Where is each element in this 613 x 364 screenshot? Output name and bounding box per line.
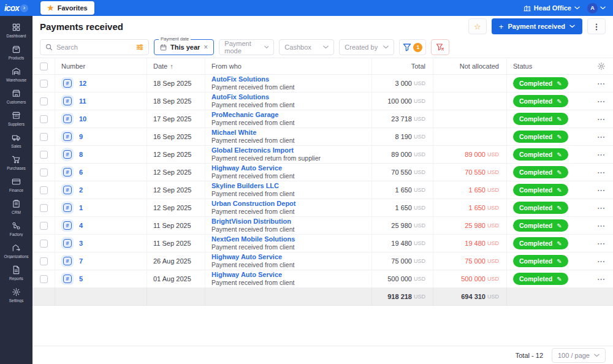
sidebar-item-warehouse[interactable]: Warehouse [0, 63, 32, 85]
close-icon[interactable]: × [204, 43, 208, 51]
row-number-link[interactable]: 5 [79, 275, 83, 282]
row-checkbox[interactable] [40, 133, 48, 141]
row-number-link[interactable]: 2 [79, 186, 83, 194]
edit-status-icon[interactable]: ✎ [557, 98, 562, 105]
row-actions-button[interactable]: ⋯ [597, 132, 606, 142]
row-actions-button[interactable]: ⋯ [597, 221, 606, 230]
row-number-link[interactable]: 3 [79, 240, 83, 247]
edit-status-icon[interactable]: ✎ [557, 222, 562, 229]
row-actions-button[interactable]: ⋯ [597, 186, 606, 195]
row-from-name[interactable]: Global Electronics Import [211, 146, 321, 155]
row-from-name[interactable]: Highway Auto Service [211, 271, 294, 279]
row-number-link[interactable]: 6 [79, 169, 83, 176]
status-badge[interactable]: Completed ✎ [513, 131, 568, 143]
row-actions-button[interactable]: ⋯ [597, 203, 606, 213]
sidebar-item-products[interactable]: Products [0, 41, 32, 63]
sidebar-item-sales[interactable]: Sales [0, 129, 32, 151]
table-row[interactable]: # 12 18 Sep 2025 AutoFix Solutions Payme… [32, 75, 613, 93]
status-badge[interactable]: Completed ✎ [513, 77, 568, 89]
row-actions-button[interactable]: ⋯ [597, 97, 606, 106]
row-from-name[interactable]: Skyline Builders LLC [211, 182, 294, 191]
row-number-link[interactable]: 9 [79, 133, 83, 140]
filters-button[interactable]: 1 [399, 39, 426, 55]
edit-status-icon[interactable]: ✎ [557, 258, 562, 265]
row-from-name[interactable]: AutoFix Solutions [211, 75, 294, 84]
sidebar-item-purchases[interactable]: Purchases [0, 151, 32, 173]
table-row[interactable]: # 4 11 Sep 2025 BrightVision Distributio… [32, 217, 613, 235]
column-header-number[interactable]: Number [55, 58, 147, 74]
row-from-name[interactable]: Urban Construction Depot [211, 200, 296, 208]
row-actions-button[interactable]: ⋯ [597, 115, 606, 124]
sidebar-item-organizations[interactable]: Organizations [0, 240, 32, 262]
edit-status-icon[interactable]: ✎ [557, 205, 562, 211]
sidebar-item-finance[interactable]: Finance [0, 173, 32, 195]
add-payment-received-button[interactable]: + Payment received [492, 18, 582, 34]
status-badge[interactable]: Completed ✎ [513, 113, 568, 125]
sidebar-item-reports[interactable]: Reports [0, 262, 32, 284]
row-number-link[interactable]: 11 [79, 97, 86, 105]
table-row[interactable]: # 10 17 Sep 2025 ProMechanic Garage Paym… [32, 110, 613, 128]
status-badge[interactable]: Completed ✎ [513, 255, 568, 267]
row-actions-button[interactable]: ⋯ [597, 257, 606, 266]
edit-status-icon[interactable]: ✎ [557, 276, 562, 282]
table-settings-button[interactable] [597, 62, 606, 70]
row-checkbox[interactable] [40, 204, 48, 212]
column-header-from-who[interactable]: From who [205, 58, 371, 74]
more-options-button[interactable]: ⋮ [587, 18, 606, 34]
payment-mode-select[interactable]: Payment mode [219, 39, 274, 55]
sidebar-item-crm[interactable]: CRM [0, 195, 32, 218]
table-row[interactable]: # 7 26 Aug 2025 Highway Auto Service Pay… [32, 252, 613, 270]
row-from-name[interactable]: NextGen Mobile Solutions [211, 235, 295, 244]
row-from-name[interactable]: ProMechanic Garage [211, 111, 294, 119]
edit-status-icon[interactable]: ✎ [557, 134, 562, 140]
table-row[interactable]: # 8 12 Sep 2025 Global Electronics Impor… [32, 146, 613, 164]
org-switcher[interactable]: Head Office [524, 4, 580, 12]
sidebar-item-settings[interactable]: Settings [0, 284, 32, 306]
row-from-name[interactable]: BrightVision Distribution [211, 218, 294, 226]
sidebar-item-factory[interactable]: Factory [0, 218, 32, 240]
clear-filters-button[interactable] [431, 39, 449, 55]
table-row[interactable]: # 5 01 Aug 2025 Highway Auto Service Pay… [32, 270, 613, 288]
search-input[interactable] [56, 44, 132, 51]
row-checkbox[interactable] [40, 257, 48, 265]
table-row[interactable]: # 9 16 Sep 2025 Michael White Payment re… [32, 128, 613, 146]
table-row[interactable]: # 11 18 Sep 2025 AutoFix Solutions Payme… [32, 93, 613, 110]
row-checkbox[interactable] [40, 275, 48, 283]
column-header-not-allocated[interactable]: Not allocated [433, 58, 506, 74]
edit-status-icon[interactable]: ✎ [557, 80, 562, 87]
row-actions-button[interactable]: ⋯ [597, 275, 606, 284]
row-actions-button[interactable]: ⋯ [597, 168, 606, 177]
favorite-page-button[interactable]: ☆ [468, 18, 487, 34]
column-header-status[interactable]: Status [506, 58, 613, 74]
payment-date-filter[interactable]: Payment date This year × [154, 39, 214, 55]
edit-status-icon[interactable]: ✎ [557, 187, 562, 194]
row-number-link[interactable]: 7 [79, 257, 83, 265]
edit-status-icon[interactable]: ✎ [557, 240, 562, 247]
row-number-link[interactable]: 10 [79, 115, 86, 123]
row-checkbox[interactable] [40, 169, 48, 176]
row-checkbox[interactable] [40, 151, 48, 159]
status-badge[interactable]: Completed ✎ [513, 202, 568, 214]
table-row[interactable]: # 3 11 Sep 2025 NextGen Mobile Solutions… [32, 235, 613, 252]
row-checkbox[interactable] [40, 97, 48, 105]
row-actions-button[interactable]: ⋯ [597, 79, 606, 88]
edit-status-icon[interactable]: ✎ [557, 169, 562, 176]
select-all-checkbox[interactable] [40, 63, 48, 70]
row-checkbox[interactable] [40, 222, 48, 230]
row-from-name[interactable]: Highway Auto Service [211, 164, 294, 173]
row-number-link[interactable]: 12 [79, 80, 86, 87]
user-menu[interactable]: A [587, 3, 606, 13]
status-badge[interactable]: Completed ✎ [513, 148, 568, 161]
status-badge[interactable]: Completed ✎ [513, 237, 568, 249]
row-checkbox[interactable] [40, 115, 48, 123]
page-size-select[interactable]: 100 / page [552, 348, 606, 363]
table-row[interactable]: # 2 12 Sep 2025 Skyline Builders LLC Pay… [32, 181, 613, 199]
row-checkbox[interactable] [40, 186, 48, 194]
status-badge[interactable]: Completed ✎ [513, 95, 568, 107]
status-badge[interactable]: Completed ✎ [513, 166, 568, 178]
edit-status-icon[interactable]: ✎ [557, 151, 562, 158]
favorites-tab[interactable]: ★ Favorites [40, 1, 94, 15]
app-logo[interactable]: icox › [0, 3, 32, 13]
row-actions-button[interactable]: ⋯ [597, 150, 606, 159]
row-from-name[interactable]: Highway Auto Service [211, 253, 294, 262]
